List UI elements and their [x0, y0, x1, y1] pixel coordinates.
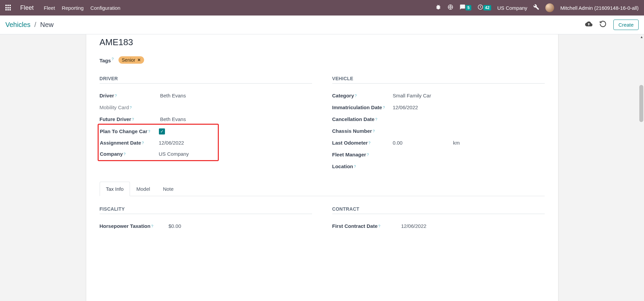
company-value[interactable]: US Company [156, 151, 217, 157]
breadcrumb-bar: Vehicles / New Create [0, 16, 644, 34]
clock-icon [477, 4, 483, 11]
scroll-up-arrow[interactable]: ▲ [640, 35, 643, 39]
help-icon[interactable]: ? [111, 57, 113, 61]
driver-heading: DRIVER [100, 76, 312, 84]
bug-icon[interactable] [435, 4, 441, 11]
discard-icon[interactable] [599, 20, 607, 29]
fleet-manager-label: Fleet Manager [332, 152, 366, 157]
detail-tabs: Tax Info Model Note [100, 182, 545, 196]
messages-button[interactable]: 5 [460, 4, 471, 11]
assignment-date-label: Assignment Date [100, 140, 141, 146]
help-icon[interactable]: ? [142, 141, 144, 145]
form-sheet: License Plate AME183 Tags? Senior ✕ DRIV… [86, 34, 558, 301]
tag-senior[interactable]: Senior ✕ [118, 56, 144, 64]
nav-configuration[interactable]: Configuration [90, 5, 120, 11]
first-contract-date-label: First Contract Date [332, 223, 378, 229]
location-label: Location [332, 163, 353, 169]
driver-label: Driver [100, 93, 114, 98]
help-icon[interactable]: ? [148, 129, 150, 133]
help-icon[interactable]: ? [354, 164, 356, 169]
vehicle-heading: VEHICLE [332, 76, 545, 84]
horsepower-taxation-label: Horsepower Taxation [100, 223, 150, 229]
help-icon[interactable]: ? [373, 129, 375, 133]
apps-icon[interactable] [5, 5, 11, 11]
scrollbar-thumb[interactable] [639, 85, 643, 122]
avatar[interactable] [545, 3, 554, 12]
tab-pane-tax-info: FISCALITY Horsepower Taxation? $0.00 CON… [100, 196, 545, 232]
content-area: ▲ License Plate AME183 Tags? Senior ✕ DR… [0, 34, 644, 301]
help-icon[interactable]: ? [130, 106, 132, 110]
activities-badge: 42 [483, 5, 491, 10]
messages-badge: 5 [466, 5, 471, 10]
help-icon[interactable]: ? [367, 153, 369, 157]
app-brand[interactable]: Fleet [20, 4, 34, 11]
tag-remove-icon[interactable]: ✕ [137, 58, 141, 62]
first-contract-date-value[interactable]: 12/06/2022 [401, 223, 545, 229]
mobility-card-label: Mobility Card [100, 104, 129, 110]
create-button[interactable]: Create [613, 20, 639, 30]
scrollbar-track[interactable] [639, 41, 644, 301]
help-icon[interactable]: ? [115, 94, 117, 98]
help-icon[interactable]: ? [124, 152, 126, 156]
help-icon[interactable]: ? [355, 94, 357, 98]
license-plate-label: License Plate [100, 34, 545, 36]
tags-label: Tags [100, 57, 111, 63]
nav-fleet[interactable]: Fleet [44, 5, 55, 11]
tools-icon[interactable] [533, 4, 539, 11]
plan-change-label: Plan To Change Car [100, 128, 147, 134]
company-switcher[interactable]: US Company [497, 5, 527, 11]
breadcrumb-separator: / [34, 21, 36, 28]
contract-heading: CONTRACT [332, 206, 545, 214]
tab-note[interactable]: Note [157, 182, 180, 196]
help-icon[interactable]: ? [375, 117, 377, 121]
support-icon[interactable] [447, 4, 453, 11]
last-odometer-value[interactable]: 0.00 [393, 140, 403, 146]
immatriculation-date-value[interactable]: 12/06/2022 [393, 104, 545, 110]
topbar-right: 5 42 US Company Mitchell Admin (21609148… [435, 3, 639, 12]
last-odometer-label: Last Odometer [332, 140, 368, 146]
user-menu[interactable]: Mitchell Admin (21609148-16-0-all) [560, 5, 639, 11]
horsepower-taxation-value[interactable]: $0.00 [169, 223, 312, 229]
future-driver-value[interactable]: Beth Evans [160, 116, 312, 122]
immatriculation-date-label: Immatriculation Date [332, 104, 382, 110]
help-icon[interactable]: ? [151, 224, 153, 228]
tab-tax-info[interactable]: Tax Info [100, 182, 130, 196]
activities-button[interactable]: 42 [477, 4, 491, 11]
assignment-date-value[interactable]: 12/06/2022 [156, 140, 217, 146]
tag-text: Senior [122, 57, 135, 63]
breadcrumb: Vehicles / New [5, 21, 54, 29]
company-label: Company [100, 151, 123, 157]
svg-point-1 [450, 6, 451, 8]
tab-model[interactable]: Model [130, 182, 157, 196]
license-plate-value[interactable]: AME183 [100, 37, 545, 48]
category-label: Category [332, 93, 354, 98]
nav-reporting[interactable]: Reporting [62, 5, 83, 11]
top-navbar: Fleet Fleet Reporting Configuration 5 42… [0, 0, 644, 16]
help-icon[interactable]: ? [378, 224, 380, 228]
cancellation-date-label: Cancellation Date [332, 116, 375, 122]
help-icon[interactable]: ? [132, 117, 134, 121]
breadcrumb-root[interactable]: Vehicles [5, 21, 31, 28]
category-value[interactable]: Small Family Car [393, 93, 545, 98]
driver-section: DRIVER Driver? Beth Evans Mobility Card?… [100, 76, 312, 172]
vehicle-section: VEHICLE Category? Small Family Car Immat… [332, 76, 545, 172]
future-driver-label: Future Driver [100, 116, 131, 122]
fiscality-heading: FISCALITY [100, 206, 312, 214]
driver-value[interactable]: Beth Evans [160, 93, 312, 98]
cloud-save-icon[interactable] [585, 20, 592, 29]
odometer-unit[interactable]: km [453, 140, 460, 146]
help-icon[interactable]: ? [368, 141, 370, 145]
help-icon[interactable]: ? [383, 106, 385, 110]
highlighted-region: Plan To Change Car? ✓ Assignment Date? 1… [98, 124, 219, 161]
chassis-number-label: Chassis Number [332, 128, 372, 134]
plan-change-checkbox[interactable]: ✓ [159, 128, 165, 134]
speech-icon [460, 4, 466, 11]
breadcrumb-current: New [40, 21, 54, 28]
